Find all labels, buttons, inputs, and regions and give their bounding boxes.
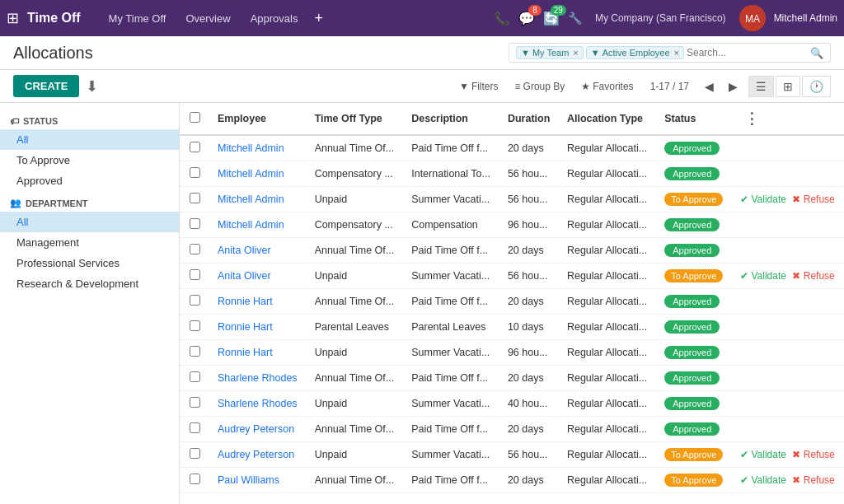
remove-my-team-tag[interactable]: × <box>573 48 578 58</box>
duration-header[interactable]: Duration <box>499 103 559 135</box>
employee-cell[interactable]: Sharlene Rhodes <box>209 391 307 417</box>
status-header[interactable]: Status <box>656 103 732 135</box>
employee-cell[interactable]: Audrey Peterson <box>209 417 307 442</box>
select-all-header[interactable] <box>180 103 209 135</box>
row-checkbox[interactable] <box>190 167 200 178</box>
refresh-icon[interactable]: 🔄 29 <box>543 11 560 26</box>
row-checkbox[interactable] <box>190 397 200 408</box>
table-options-icon[interactable]: ⋮ <box>740 110 763 127</box>
row-checkbox[interactable] <box>190 320 200 331</box>
validate-button[interactable]: Validate <box>740 270 786 282</box>
row-checkbox-cell[interactable] <box>180 264 209 289</box>
employee-cell[interactable]: Ronnie Hart <box>209 289 307 315</box>
sidebar-dept-all[interactable]: All <box>0 212 179 232</box>
export-button[interactable]: ⬇ <box>86 77 98 96</box>
row-checkbox[interactable] <box>190 269 200 280</box>
row-checkbox[interactable] <box>190 218 200 229</box>
phone-icon[interactable]: 📞 <box>494 11 510 26</box>
favorites-button[interactable]: ★ Favorites <box>576 78 638 95</box>
search-icon[interactable]: 🔍 <box>810 47 823 59</box>
employee-cell[interactable]: Sharlene Rhodes <box>209 366 307 391</box>
chat-icon[interactable]: 💬 8 <box>518 11 535 26</box>
time-off-type-header[interactable]: Time Off Type <box>307 103 404 135</box>
row-checkbox[interactable] <box>190 295 200 306</box>
row-checkbox-cell[interactable] <box>180 212 209 238</box>
page-title: Allocations <box>13 44 93 63</box>
sidebar-dept-management[interactable]: Management <box>0 232 179 253</box>
filter-tag-my-team[interactable]: ▼ My Team × <box>516 46 584 59</box>
wrench-icon[interactable]: 🔧 <box>568 12 582 25</box>
nav-my-time-off[interactable]: My Time Off <box>101 9 175 28</box>
nav-overview[interactable]: Overview <box>177 9 238 28</box>
row-checkbox-cell[interactable] <box>180 442 209 468</box>
sidebar-dept-professional-services[interactable]: Professional Services <box>0 253 179 273</box>
toolbar: CREATE ⬇ ▼ Filters ≡ Group By ★ Favorite… <box>0 70 844 103</box>
description-header[interactable]: Description <box>403 103 499 135</box>
row-checkbox-cell[interactable] <box>180 417 209 442</box>
row-checkbox-cell[interactable] <box>180 187 209 212</box>
row-checkbox-cell[interactable] <box>180 161 209 187</box>
row-checkbox-cell[interactable] <box>180 289 209 315</box>
groupby-button[interactable]: ≡ Group By <box>510 78 570 95</box>
kanban-view-button[interactable]: ⊞ <box>776 76 800 97</box>
sidebar-status-approved[interactable]: Approved <box>0 170 179 191</box>
select-all-checkbox[interactable] <box>190 112 200 123</box>
refuse-button[interactable]: Refuse <box>792 270 834 282</box>
row-checkbox[interactable] <box>190 448 200 459</box>
row-checkbox[interactable] <box>190 422 200 433</box>
status-cell: Approved <box>656 212 732 238</box>
row-checkbox-cell[interactable] <box>180 468 209 493</box>
employee-cell[interactable]: Mitchell Admin <box>209 187 307 212</box>
employee-cell[interactable]: Mitchell Admin <box>209 161 307 187</box>
row-checkbox-cell[interactable] <box>180 238 209 264</box>
next-page-button[interactable]: ▶ <box>724 78 742 95</box>
create-button[interactable]: CREATE <box>13 75 79 97</box>
sidebar-dept-research-development[interactable]: Research & Development <box>0 273 179 294</box>
row-checkbox-cell[interactable] <box>180 391 209 417</box>
row-checkbox[interactable] <box>190 244 200 254</box>
filter-tag-active-employee[interactable]: ▼ Active Employee × <box>586 46 684 59</box>
row-checkbox-cell[interactable] <box>180 340 209 366</box>
apps-menu-icon[interactable]: ⊞ <box>7 9 19 27</box>
row-checkbox[interactable] <box>190 474 200 484</box>
row-checkbox[interactable] <box>190 142 200 152</box>
row-checkbox[interactable] <box>190 371 200 382</box>
table-container: Employee Time Off Type Description Durat… <box>180 103 844 504</box>
employee-cell[interactable]: Anita Oliver <box>209 238 307 264</box>
duration-cell: 40 hou... <box>499 391 559 417</box>
validate-button[interactable]: Validate <box>740 474 786 486</box>
employee-cell[interactable]: Ronnie Hart <box>209 340 307 366</box>
employee-cell[interactable]: Paul Williams <box>209 468 307 493</box>
validate-button[interactable]: Validate <box>740 449 786 460</box>
row-checkbox[interactable] <box>190 193 200 203</box>
table-header-row: Employee Time Off Type Description Durat… <box>180 103 844 135</box>
allocation-type-header[interactable]: Allocation Type <box>559 103 656 135</box>
employee-cell[interactable]: Mitchell Admin <box>209 212 307 238</box>
refuse-button[interactable]: Refuse <box>792 449 834 460</box>
employee-cell[interactable]: Ronnie Hart <box>209 315 307 340</box>
sidebar-status-to-approve[interactable]: To Approve <box>0 150 179 170</box>
validate-button[interactable]: Validate <box>740 194 786 205</box>
row-checkbox[interactable] <box>190 346 200 357</box>
refuse-button[interactable]: Refuse <box>792 194 834 205</box>
prev-page-button[interactable]: ◀ <box>701 78 718 95</box>
list-view-button[interactable]: ☰ <box>748 76 774 97</box>
remove-active-employee-tag[interactable]: × <box>674 48 679 58</box>
employee-cell[interactable]: Anita Oliver <box>209 264 307 289</box>
activity-view-button[interactable]: 🕐 <box>802 76 831 97</box>
top-navigation: ⊞ Time Off My Time Off Overview Approval… <box>0 0 844 36</box>
search-input[interactable] <box>687 47 810 58</box>
refuse-button[interactable]: Refuse <box>792 474 834 486</box>
nav-plus-icon[interactable]: + <box>314 10 323 27</box>
filters-button[interactable]: ▼ Filters <box>454 78 504 95</box>
actions-header: ⋮ <box>732 103 844 135</box>
user-avatar[interactable]: MA <box>739 5 766 31</box>
employee-cell[interactable]: Audrey Peterson <box>209 442 307 468</box>
employee-cell[interactable]: Mitchell Admin <box>209 135 307 161</box>
row-checkbox-cell[interactable] <box>180 366 209 391</box>
row-checkbox-cell[interactable] <box>180 315 209 340</box>
nav-approvals[interactable]: Approvals <box>242 9 307 28</box>
row-checkbox-cell[interactable] <box>180 135 209 161</box>
employee-header[interactable]: Employee <box>209 103 307 135</box>
sidebar-status-all[interactable]: All <box>0 129 179 150</box>
